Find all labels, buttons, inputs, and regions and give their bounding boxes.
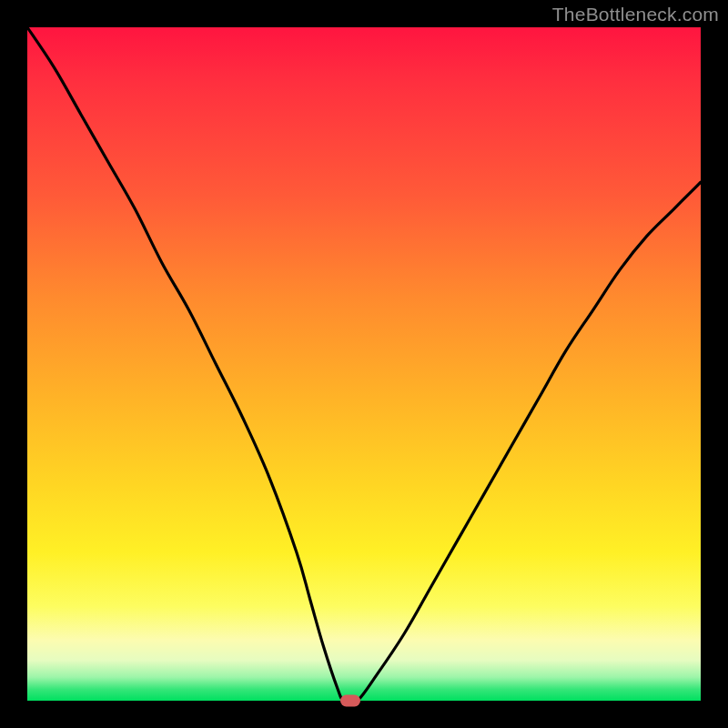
chart-frame: TheBottleneck.com bbox=[0, 0, 728, 728]
bottleneck-curve bbox=[27, 27, 701, 701]
watermark-text: TheBottleneck.com bbox=[552, 4, 719, 25]
minimum-marker bbox=[340, 695, 360, 707]
plot-area bbox=[27, 27, 701, 701]
